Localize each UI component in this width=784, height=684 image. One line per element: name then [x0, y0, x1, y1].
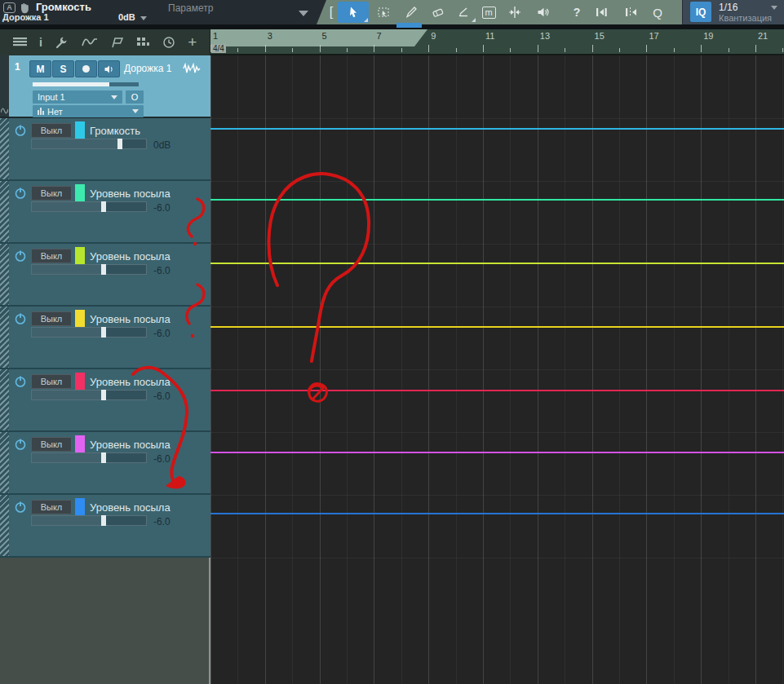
automation-line-3[interactable] — [210, 263, 784, 264]
lane-value[interactable]: 0dB — [153, 139, 171, 151]
iterative-quantize-button[interactable]: IQ — [690, 2, 711, 22]
mute-button[interactable]: M — [29, 60, 51, 77]
lane-value-slider[interactable] — [31, 452, 147, 463]
lane-value[interactable]: -6.0 — [153, 453, 171, 465]
lane-resize-handle[interactable] — [0, 307, 9, 368]
lane-resize-handle[interactable] — [0, 495, 9, 556]
power-icon[interactable] — [14, 501, 27, 514]
solo-button[interactable]: S — [52, 60, 74, 77]
track-volume-slider[interactable] — [33, 82, 139, 86]
value-chevron-down-icon[interactable] — [140, 16, 147, 20]
lane-resize-handle[interactable] — [0, 369, 9, 430]
lane-resize-handle[interactable] — [0, 432, 9, 493]
automation-canvas[interactable] — [210, 55, 784, 684]
timeline-ruler[interactable]: 4/4 13579111315171921 — [210, 29, 784, 55]
lane-name: Уровень посыла — [90, 188, 171, 200]
info-icon[interactable]: i — [39, 36, 42, 49]
lane-value-slider[interactable] — [31, 327, 147, 338]
lane-value[interactable]: -6.0 — [153, 391, 171, 402]
power-icon[interactable] — [14, 187, 27, 200]
grid-icon[interactable] — [136, 37, 149, 48]
slider-handle[interactable] — [101, 327, 106, 338]
automation-editor-window: A Громкость Дорожка 1 0dB Параметр [ — [0, 0, 784, 684]
automation-line-1[interactable] — [210, 128, 784, 130]
lane-resize-handle[interactable] — [0, 118, 9, 179]
clock-icon[interactable] — [162, 36, 175, 49]
marker-flag-icon[interactable] — [110, 37, 124, 48]
automation-line-2[interactable] — [210, 199, 784, 201]
autoscroll-button[interactable] — [587, 2, 617, 23]
slider-handle[interactable] — [117, 139, 122, 149]
lane-value[interactable]: -6.0 — [153, 265, 171, 276]
lane-value-slider[interactable] — [31, 515, 147, 526]
automation-curve-icon[interactable] — [82, 37, 98, 48]
bypass-button[interactable]: Выкл — [31, 123, 72, 138]
bypass-button[interactable]: Выкл — [31, 437, 72, 452]
power-icon[interactable] — [14, 312, 27, 325]
output-chevron-down-icon — [132, 109, 139, 113]
bypass-button[interactable]: Выкл — [31, 374, 72, 389]
automation-line-4[interactable] — [210, 326, 784, 328]
bypass-button[interactable]: Выкл — [31, 186, 72, 201]
input-chevron-down-icon — [111, 95, 117, 99]
track-header[interactable]: 1 M S Дорожка 1 Input 1 O — [0, 55, 210, 118]
quantize-chevron-down-icon[interactable] — [771, 6, 777, 10]
bypass-button[interactable]: Выкл — [31, 500, 72, 514]
lane-value-slider[interactable] — [31, 139, 147, 149]
power-icon[interactable] — [14, 438, 27, 451]
lane-value-slider[interactable] — [31, 201, 147, 212]
menu-icon[interactable] — [13, 37, 27, 48]
param-value-display[interactable]: 0dB — [118, 12, 135, 22]
lane-resize-handle[interactable] — [0, 181, 9, 242]
quantize-q-button[interactable]: Q — [646, 2, 669, 23]
slider-handle[interactable] — [101, 452, 106, 463]
automation-line-7[interactable] — [210, 513, 784, 514]
range-selection-tool-button[interactable] — [369, 2, 398, 23]
lane-value-slider[interactable] — [31, 390, 147, 400]
snap-zero-tool-button[interactable] — [501, 2, 529, 23]
input-monitor-button[interactable]: O — [126, 90, 144, 104]
power-icon[interactable] — [14, 124, 27, 137]
lane-value[interactable]: -6.0 — [153, 328, 171, 339]
lane-color-swatch — [75, 310, 85, 328]
left-bracket-icon: [ — [325, 2, 338, 23]
input-routing-dropdown[interactable]: Input 1 — [33, 90, 122, 104]
power-icon[interactable] — [14, 249, 27, 263]
slider-handle[interactable] — [101, 201, 106, 212]
slider-fill — [32, 453, 104, 462]
parameter-placeholder[interactable]: Параметр — [168, 2, 213, 14]
automation-line-6[interactable] — [210, 452, 784, 453]
lane-value[interactable]: -6.0 — [153, 202, 171, 214]
track-list-empty-area[interactable] — [0, 558, 210, 684]
lane-value-slider[interactable] — [31, 264, 147, 275]
audition-tool-button[interactable] — [529, 2, 556, 23]
locator-range-highlight[interactable] — [210, 29, 427, 46]
mute-tool-button[interactable]: m — [476, 2, 501, 23]
show-automation-icon[interactable] — [1, 107, 8, 115]
snap-type-button[interactable] — [617, 2, 646, 23]
automation-line-5[interactable] — [210, 390, 784, 391]
bypass-button[interactable]: Выкл — [31, 311, 72, 326]
input-routing-value: Input 1 — [38, 92, 65, 102]
lane-resize-handle[interactable] — [0, 244, 9, 305]
record-arm-button[interactable] — [75, 60, 97, 77]
slider-handle[interactable] — [101, 515, 106, 526]
object-selection-tool-button[interactable] — [338, 2, 369, 23]
bypass-button[interactable]: Выкл — [31, 249, 72, 263]
help-tool-button[interactable]: ? — [566, 2, 587, 23]
setup-wrench-icon[interactable] — [55, 36, 69, 49]
quantize-value[interactable]: 1/16 — [719, 2, 737, 13]
line-tool-button[interactable] — [450, 2, 476, 23]
lane-value[interactable]: -6.0 — [153, 516, 171, 527]
output-routing-dropdown[interactable]: Нет — [33, 105, 144, 117]
add-track-plus-icon[interactable]: + — [188, 33, 197, 51]
monitor-button[interactable] — [98, 60, 120, 77]
track-header-name[interactable]: Дорожка 1 — [124, 63, 171, 74]
waveform-icon[interactable] — [183, 63, 201, 74]
slider-handle[interactable] — [101, 390, 106, 400]
eraser-tool-button[interactable] — [424, 2, 450, 23]
draw-tool-button[interactable] — [398, 2, 424, 23]
power-icon[interactable] — [14, 375, 27, 388]
slider-handle[interactable] — [101, 264, 106, 275]
parameter-chevron-down-icon[interactable] — [299, 11, 308, 16]
